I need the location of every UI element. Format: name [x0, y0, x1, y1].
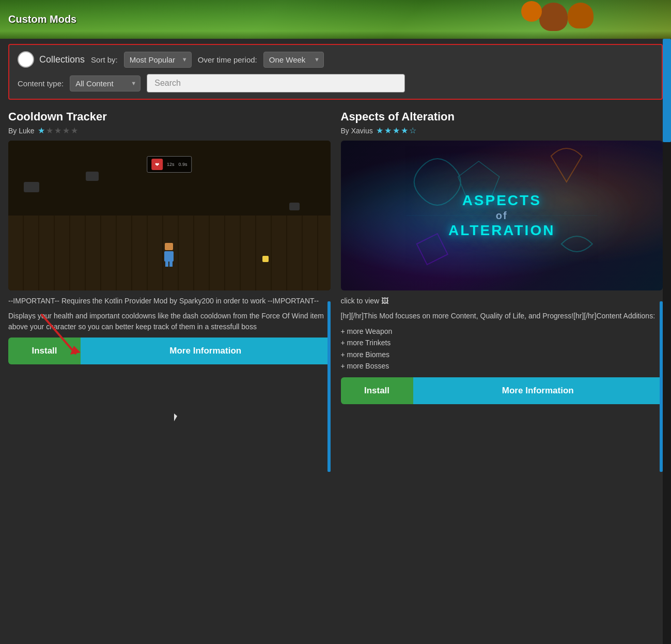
time-period-label: Over time period: [198, 55, 257, 64]
char-legs [163, 262, 175, 267]
cooldown-hud: ❤ 12s 0.9s [147, 156, 192, 173]
star-3: ★ [393, 126, 400, 135]
mod-card-cooldown-tracker: Cooldown Tracker By Luke ★ ★ ★ ★ ★ [8, 110, 331, 404]
rock-3 [86, 172, 99, 181]
hud-timer-2: 0.9s [179, 162, 188, 167]
app-title: Custom Mods [8, 13, 76, 25]
sort-by-wrapper[interactable]: Most Popular Newest Alphabetical Rating [124, 52, 192, 68]
aspects-title-graphic: ASPECTS of ALTERATION [448, 192, 555, 239]
star-1: ★ [38, 126, 45, 135]
mod-title-aspects: Aspects of Alteration [341, 110, 663, 124]
content-type-wrapper[interactable]: All Content Mods Maps Texture Packs [70, 75, 141, 91]
cooldown-scene: ❤ 12s 0.9s [8, 141, 331, 290]
star-2: ★ [384, 126, 392, 135]
main-content: Collections Sort by: Most Popular Newest… [0, 39, 671, 415]
mod-author-cooldown: By Luke [8, 127, 35, 135]
character-sprite [163, 243, 175, 259]
hud-item-1: ❤ [151, 159, 163, 170]
list-item: + more Trinkets [341, 337, 663, 348]
mod-author-row-cooldown: By Luke ★ ★ ★ ★ ★ [8, 126, 331, 135]
star-4: ★ [401, 126, 408, 135]
star-5: ☆ [409, 126, 416, 135]
char-head [165, 243, 173, 250]
time-period-wrapper[interactable]: One Week One Month All Time [263, 52, 324, 68]
star-1: ★ [376, 126, 383, 135]
rock-1 [24, 182, 39, 192]
filter-row-1: Collections Sort by: Most Popular Newest… [18, 51, 653, 68]
list-item: + more Bosses [341, 360, 663, 372]
card-accent-cooldown [327, 301, 331, 472]
more-info-button-cooldown[interactable]: More Information [81, 338, 331, 364]
mods-grid: Cooldown Tracker By Luke ★ ★ ★ ★ ★ [8, 110, 663, 409]
aspects-scene: ASPECTS of ALTERATION [341, 141, 663, 290]
dungeon-wall [8, 141, 331, 223]
mod-thumbnail-cooldown: ❤ 12s 0.9s [8, 141, 331, 290]
collections-label: Collections [39, 54, 85, 65]
rock-2 [289, 203, 300, 210]
time-period-select[interactable]: One Week One Month All Time [263, 52, 324, 68]
header-banner: Custom Mods [0, 0, 671, 39]
char-leg-right [169, 262, 173, 267]
mod-author-row-aspects: By Xavius ★ ★ ★ ★ ☆ [341, 126, 663, 135]
mod-thumbnail-aspects: ASPECTS of ALTERATION [341, 141, 663, 290]
star-5: ★ [71, 126, 78, 135]
mod-actions-cooldown: Install More Information [8, 338, 331, 364]
mouse-cursor [174, 413, 180, 423]
mod-actions-aspects: Install More Information [341, 377, 663, 404]
list-item: + more Biomes [341, 349, 663, 360]
mod-features-list: + more Weapon + more Trinkets + more Bio… [341, 326, 663, 372]
star-2: ★ [46, 126, 53, 135]
mod-stars-aspects: ★ ★ ★ ★ ☆ [376, 126, 416, 135]
ground-item [262, 256, 269, 262]
mod-stars-cooldown: ★ ★ ★ ★ ★ [38, 126, 78, 135]
star-3: ★ [54, 126, 61, 135]
content-type-label: Content type: [18, 79, 64, 88]
banner-decorations [0, 0, 671, 39]
list-item: + more Weapon [341, 326, 663, 337]
scrollbar-thumb[interactable] [663, 39, 671, 142]
mod-description-aspects: click to view 🖼 [hr][/hr]This Mod focuse… [341, 296, 663, 372]
collections-toggle-circle[interactable] [18, 51, 34, 68]
more-info-button-aspects[interactable]: More Information [413, 377, 663, 404]
char-leg-left [165, 262, 168, 267]
hud-timer-1: 12s [167, 162, 175, 167]
char-body [164, 251, 174, 262]
filter-bar: Collections Sort by: Most Popular Newest… [8, 44, 663, 100]
collections-toggle[interactable]: Collections [18, 51, 85, 68]
star-4: ★ [63, 126, 70, 135]
search-input[interactable] [147, 74, 405, 93]
install-button-cooldown[interactable]: Install [8, 338, 81, 364]
mod-title-cooldown: Cooldown Tracker [8, 110, 331, 124]
sort-by-select[interactable]: Most Popular Newest Alphabetical Rating [124, 52, 192, 68]
mod-author-aspects: By Xavius [341, 127, 373, 135]
content-type-select[interactable]: All Content Mods Maps Texture Packs [70, 75, 141, 91]
scrollbar-track [663, 39, 671, 644]
mod-description-cooldown: --IMPORTANT-- Requires the Kotlin Provid… [8, 296, 331, 332]
sort-by-label: Sort by: [91, 55, 118, 64]
mod-card-aspects: Aspects of Alteration By Xavius ★ ★ ★ ★ … [341, 110, 663, 404]
filter-row-2: Content type: All Content Mods Maps Text… [18, 74, 653, 93]
install-button-aspects[interactable]: Install [341, 377, 413, 404]
